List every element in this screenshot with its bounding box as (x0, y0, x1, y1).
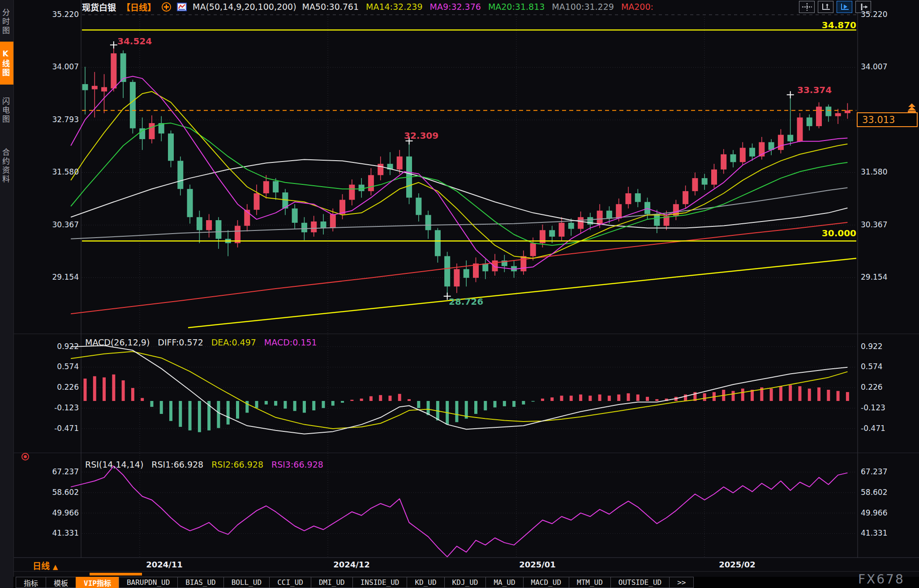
indicator-tab-DMI_UD[interactable]: DMI_UD (311, 577, 353, 588)
left-sidebar: 分时图K线图闪电图合约资料 (0, 0, 14, 588)
indicator-tab-MA_UD[interactable]: MA_UD (485, 577, 523, 588)
indicator-tab-BIAS_UD[interactable]: BIAS_UD (177, 577, 223, 588)
price-up-arrows-icon (906, 103, 918, 114)
mini-chart-icon[interactable] (177, 3, 187, 11)
sidebar-item-合约资料[interactable]: 合约资料 (0, 138, 13, 194)
period-selector-arrow-icon: ▲ (53, 563, 58, 571)
indicator-tab-VIP指标[interactable]: VIP指标 (76, 577, 119, 588)
price-axis-tick: 32.793 (43, 115, 79, 124)
ma-legend-value: MA14:32.239 (366, 2, 422, 12)
price-annotation-low-dec: 28.726 (449, 296, 483, 307)
macd-macd-value: MACD:0.151 (264, 337, 317, 347)
ma-legend-value: MA9:32.376 (430, 2, 481, 12)
price-axis-tick: 34.007 (861, 62, 887, 71)
price-axis-tick: 29.154 (861, 273, 887, 281)
rsi-axis-tick: 58.602 (43, 488, 79, 497)
price-axis-tick: 35.220 (43, 10, 79, 19)
price-annotation-peak-feb: 33.374 (797, 85, 832, 95)
macd-axis-tick: -0.123 (861, 403, 885, 412)
price-axis-tick: 29.154 (43, 273, 79, 281)
candles-layer (82, 45, 850, 296)
price-annotation-peak-dec: 32.309 (404, 130, 438, 141)
macd-title: MACD(26,12,9) (85, 337, 150, 347)
macd-axis-tick: 0.922 (861, 342, 883, 351)
rsi-title: RSI(14,14,14) (85, 460, 143, 469)
macd-axis-tick: 0.922 (43, 342, 79, 351)
price-axis-tick: 31.580 (43, 167, 79, 176)
current-price-value: 33.013 (862, 115, 895, 125)
price-annotation-hline-low: 30.000 (822, 228, 856, 239)
chart-toolbar (799, 1, 871, 13)
rsi-axis-tick: 67.237 (43, 467, 79, 476)
indicator-tab-MTM_UD[interactable]: MTM_UD (569, 577, 611, 588)
macd-axis-tick: -0.123 (43, 403, 79, 412)
sidebar-item-闪电图[interactable]: 闪电图 (0, 89, 13, 132)
indicator-tab-BARUPDN_UD[interactable]: BARUPDN_UD (119, 577, 178, 588)
sidebar-item-分时图[interactable]: 分时图 (0, 3, 13, 41)
indicator-tab-CCI_UD[interactable]: CCI_UD (269, 577, 311, 588)
macd-axis-tick: 0.574 (861, 362, 883, 371)
macd-layer (71, 345, 849, 434)
date-axis-label: 2025/02 (710, 560, 764, 569)
price-axis-tick: 35.220 (861, 10, 887, 19)
rsi-axis-tick: 58.602 (861, 488, 887, 497)
macd-axis-tick: -0.471 (861, 424, 885, 433)
price-axis-tick: 30.367 (861, 220, 887, 229)
rsi-axis-tick: 49.966 (861, 508, 887, 517)
indicator-tab-KD_UD[interactable]: KD_UD (407, 577, 444, 588)
macd-diff-value: DIFF:0.572 (158, 337, 203, 347)
rsi-axis-tick: 41.331 (861, 528, 887, 537)
rsi-axis-tick: 49.966 (43, 508, 79, 517)
macd-axis-tick: -0.471 (43, 424, 79, 433)
current-price-box: 33.013 (857, 112, 918, 127)
chart-header: 现货白银 【日线】 MA(50,14,9,20,100,200) MA50:30… (82, 1, 653, 13)
ma-formula: MA(50,14,9,20,100,200) (193, 2, 296, 12)
indicator-tab-KDJ_UD[interactable]: KDJ_UD (444, 577, 486, 588)
macd-axis-tick: 0.574 (43, 362, 79, 371)
price-axis-tick: 34.007 (43, 62, 79, 71)
indicator-tab->>[interactable]: >> (669, 577, 694, 588)
period-tag: 【日线】 (122, 1, 156, 13)
indicator-tab-INSIDE_UD[interactable]: INSIDE_UD (352, 577, 408, 588)
rsi1-value: RSI1:66.928 (151, 460, 203, 469)
sidebar-item-active-K线图[interactable]: K线图 (0, 42, 13, 85)
ma-legend-value: MA200: (621, 2, 653, 12)
ma-legend: MA50:30.761MA14:32.239MA9:32.376MA20:31.… (302, 2, 653, 12)
chart-canvas[interactable] (0, 0, 919, 588)
indicator-tab-bar: 指标模板VIP指标BARUPDN_UDBIAS_UDBOLL_UDCCI_UDD… (13, 577, 919, 588)
indicator-tab-模板[interactable]: 模板 (46, 577, 76, 588)
auto-scale-icon[interactable] (837, 1, 852, 13)
price-annotation-hline-high: 34.870 (822, 20, 856, 30)
chart-app: 分时图K线图闪电图合约资料 现货白银 【日线】 MA(50,14,9,20,10… (0, 0, 919, 588)
rsi-panel-header: RSI(14,14,14) RSI1:66.928 RSI2:66.928 RS… (85, 460, 323, 469)
symbol-title: 现货白银 (82, 1, 116, 13)
ma-legend-value: MA50:30.761 (302, 2, 359, 12)
date-axis-label: 2024/12 (325, 560, 378, 569)
cross-markers-layer (110, 41, 794, 299)
ma-legend-value: MA100:31.229 (552, 2, 614, 12)
date-axis-label: 2025/01 (511, 560, 564, 569)
rsi3-value: RSI3:66.928 (271, 460, 323, 469)
y-axis-range-icon[interactable] (818, 1, 833, 13)
macd-axis-tick: 0.226 (861, 383, 883, 392)
watermark: FX678 (858, 572, 905, 587)
rsi-axis-tick: 67.237 (861, 467, 887, 476)
add-indicator-icon[interactable] (162, 2, 171, 12)
crosshair-tool-icon[interactable] (799, 1, 815, 13)
rsi-layer (71, 466, 847, 557)
period-selector-label: 日线 (33, 561, 50, 571)
rsi-axis-tick: 41.331 (43, 528, 79, 537)
macd-axis-tick: 0.226 (43, 383, 79, 392)
indicator-tab-BOLL_UD[interactable]: BOLL_UD (223, 577, 270, 588)
horizontal-scrollbar-thumb[interactable] (90, 573, 142, 575)
drawn-lines-layer (82, 30, 856, 328)
indicator-tab-MACD_UD[interactable]: MACD_UD (523, 577, 569, 588)
record-dot-icon (21, 453, 29, 460)
price-axis-tick: 30.367 (43, 220, 79, 229)
indicator-tab-指标[interactable]: 指标 (16, 577, 46, 588)
rsi2-value: RSI2:66.928 (211, 460, 263, 469)
period-selector[interactable]: 日线 ▲ (33, 559, 58, 571)
indicator-tab-OUTSIDE_UD[interactable]: OUTSIDE_UD (610, 577, 670, 588)
ma-legend-value: MA20:31.813 (488, 2, 545, 12)
price-annotation-peak-oct: 34.524 (117, 36, 152, 47)
